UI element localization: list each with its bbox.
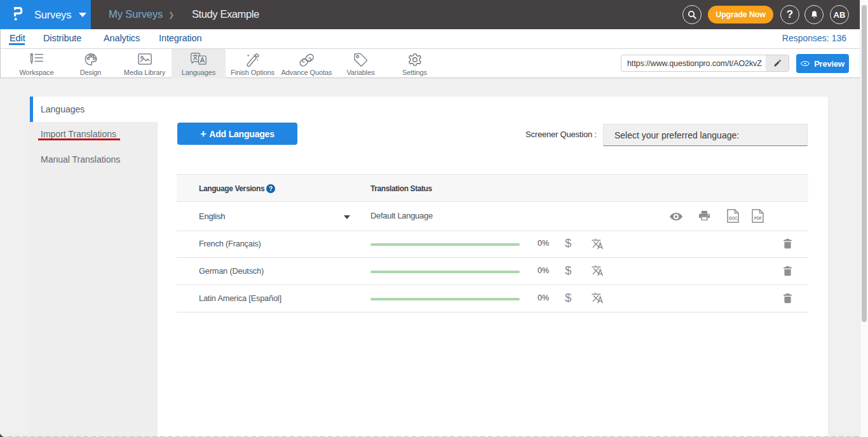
svg-text:PDF: PDF [754, 216, 762, 220]
svg-text:DOC: DOC [729, 216, 738, 220]
svg-text:?: ? [269, 185, 273, 192]
